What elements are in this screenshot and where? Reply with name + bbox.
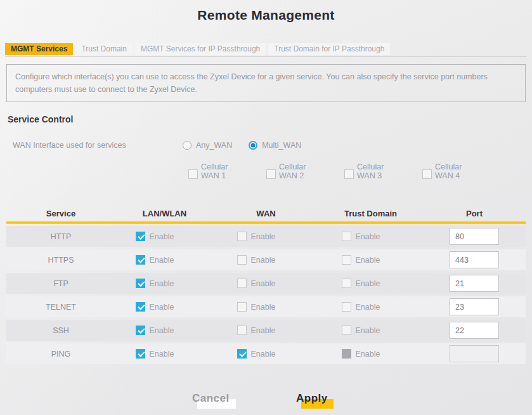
table-row-http: HTTP Enable Enable Enable (6, 226, 526, 247)
ftp-trust-domain-checkbox[interactable] (342, 279, 351, 288)
column-header-wan: WAN (214, 209, 318, 218)
table-row-https: HTTPS Enable Enable Enable (6, 249, 526, 270)
radio-label-any-wan: Any_WAN (196, 141, 232, 150)
ping-wan-enable[interactable]: Enable (237, 349, 295, 359)
column-header-port: Port (423, 209, 526, 218)
apply-button[interactable]: Apply (296, 392, 328, 405)
radio-multi-wan[interactable] (249, 141, 257, 150)
service-name-ssh: SSH (53, 326, 69, 335)
service-control-table: Service LAN/WLAN WAN Trust Domain Port H… (6, 206, 526, 364)
tab-bar: MGMT Services Trust Domain MGMT Services… (5, 43, 527, 57)
wan-interface-options: Any_WAN Multi_WAN (183, 139, 301, 152)
cellular-wan-2-label: CellularWAN 2 (279, 162, 306, 180)
ping-port-input (450, 345, 499, 362)
radio-option-any-wan[interactable]: Any_WAN (183, 141, 232, 150)
ftp-trust-domain-enable[interactable]: Enable (342, 279, 400, 288)
cellular-wan-4-checkbox[interactable] (422, 169, 432, 179)
cellular-wan-2-option[interactable]: CellularWAN 2 (266, 162, 306, 180)
table-accent-line (6, 221, 526, 223)
column-header-trust-domain: Trust Domain (318, 209, 423, 218)
ping-lan-wlan-checkbox[interactable] (136, 349, 145, 359)
cellular-wan-4-label: CellularWAN 4 (435, 162, 462, 180)
ping-trust-domain-enable: Enable (342, 349, 400, 359)
service-name-http: HTTP (51, 232, 72, 241)
telnet-port-input[interactable] (450, 298, 499, 315)
table-row-ping: PING Enable Enable Enable (6, 343, 526, 364)
cellular-wan-3-checkbox[interactable] (344, 169, 354, 179)
section-title: Service Control (8, 114, 73, 124)
cellular-wan-row: CellularWAN 1 CellularWAN 2 CellularWAN … (0, 162, 532, 188)
http-lan-wlan-checkbox[interactable] (136, 232, 145, 241)
telnet-trust-domain-enable[interactable]: Enable (342, 302, 400, 312)
ssh-lan-wlan-checkbox[interactable] (136, 326, 145, 335)
telnet-lan-wlan-enable[interactable]: Enable (136, 302, 194, 312)
ftp-wan-checkbox[interactable] (237, 279, 247, 288)
ftp-wan-enable[interactable]: Enable (237, 279, 295, 288)
radio-option-multi-wan[interactable]: Multi_WAN (249, 141, 301, 150)
cellular-wan-3-option[interactable]: CellularWAN 3 (344, 162, 384, 180)
https-lan-wlan-checkbox[interactable] (136, 255, 145, 265)
tab-mgmt-services[interactable]: MGMT Services (5, 43, 73, 55)
wan-interface-label: WAN Interface used for services (13, 141, 126, 150)
http-lan-wlan-enable[interactable]: Enable (136, 232, 194, 241)
tab-mgmt-services-ip-passthrough[interactable]: MGMT Services for IP Passthrough (135, 43, 266, 55)
tab-trust-domain-ip-passthrough[interactable]: Trust Domain for IP Passthrough (268, 43, 390, 55)
service-name-ping: PING (51, 350, 71, 359)
service-name-ftp: FTP (53, 279, 68, 288)
remote-management-page: Remote Management MGMT Services Trust Do… (0, 0, 532, 415)
ssh-lan-wlan-enable[interactable]: Enable (136, 326, 194, 335)
https-port-input[interactable] (450, 251, 499, 268)
ftp-port-input[interactable] (450, 275, 499, 292)
service-name-https: HTTPS (48, 256, 74, 265)
column-header-service: Service (6, 209, 115, 218)
tab-trust-domain[interactable]: Trust Domain (75, 43, 133, 55)
cellular-wan-2-checkbox[interactable] (266, 169, 276, 179)
info-box: Configure which interface(s) you can use… (6, 64, 526, 102)
cancel-button[interactable]: Cancel (192, 392, 230, 405)
http-trust-domain-checkbox[interactable] (342, 232, 351, 241)
table-header-row: Service LAN/WLAN WAN Trust Domain Port (6, 206, 526, 220)
https-lan-wlan-enable[interactable]: Enable (136, 255, 194, 265)
table-row-ssh: SSH Enable Enable Enable (6, 320, 526, 341)
radio-any-wan[interactable] (183, 141, 191, 150)
footer-actions: Cancel Apply (0, 392, 532, 412)
https-trust-domain-enable[interactable]: Enable (342, 255, 400, 265)
page-title: Remote Management (0, 8, 532, 23)
telnet-lan-wlan-checkbox[interactable] (136, 302, 145, 312)
service-name-telnet: TELNET (46, 303, 76, 312)
cellular-wan-1-checkbox[interactable] (188, 169, 198, 179)
info-text: Configure which interface(s) you can use… (15, 72, 488, 94)
ssh-trust-domain-checkbox[interactable] (342, 326, 351, 335)
ssh-wan-checkbox[interactable] (237, 326, 247, 335)
cellular-wan-1-label: CellularWAN 1 (201, 162, 228, 180)
ping-trust-domain-checkbox (342, 349, 351, 359)
wan-interface-row: WAN Interface used for services Any_WAN … (13, 139, 526, 152)
cellular-wan-4-option[interactable]: CellularWAN 4 (422, 162, 462, 180)
https-wan-checkbox[interactable] (237, 255, 247, 265)
table-row-telnet: TELNET Enable Enable Enable (6, 296, 526, 317)
column-header-lan-wlan: LAN/WLAN (115, 209, 214, 218)
http-port-input[interactable] (450, 228, 499, 245)
ssh-wan-enable[interactable]: Enable (237, 326, 295, 335)
cellular-wan-1-option[interactable]: CellularWAN 1 (188, 162, 228, 180)
telnet-wan-enable[interactable]: Enable (237, 302, 295, 312)
ssh-port-input[interactable] (450, 322, 499, 339)
https-wan-enable[interactable]: Enable (237, 255, 295, 265)
table-row-ftp: FTP Enable Enable Enable (6, 273, 526, 294)
http-wan-checkbox[interactable] (237, 232, 247, 241)
ftp-lan-wlan-enable[interactable]: Enable (136, 279, 194, 288)
ping-wan-checkbox[interactable] (237, 349, 247, 359)
http-trust-domain-enable[interactable]: Enable (342, 232, 400, 241)
telnet-wan-checkbox[interactable] (237, 302, 247, 312)
http-wan-enable[interactable]: Enable (237, 232, 295, 241)
ssh-trust-domain-enable[interactable]: Enable (342, 326, 400, 335)
radio-label-multi-wan: Multi_WAN (262, 141, 301, 150)
telnet-trust-domain-checkbox[interactable] (342, 302, 351, 312)
https-trust-domain-checkbox[interactable] (342, 255, 351, 265)
ping-lan-wlan-enable[interactable]: Enable (136, 349, 194, 359)
cellular-wan-3-label: CellularWAN 3 (357, 162, 384, 180)
ftp-lan-wlan-checkbox[interactable] (136, 279, 145, 288)
